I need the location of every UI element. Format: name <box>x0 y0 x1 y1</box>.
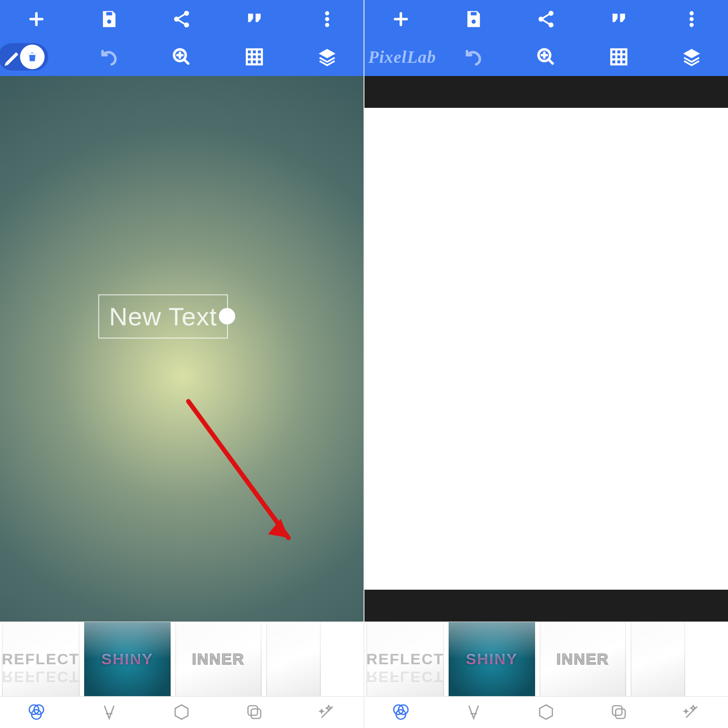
zoom-in-icon <box>536 47 556 67</box>
share-icon <box>172 9 192 29</box>
canvas-area[interactable]: New Text <box>0 76 364 622</box>
svg-point-6 <box>325 17 329 20</box>
preset-label: INNER <box>192 650 245 668</box>
zoom-button[interactable] <box>510 38 583 76</box>
app-bar <box>0 0 364 76</box>
zoom-button[interactable] <box>146 38 218 76</box>
text-icon <box>464 703 483 722</box>
hexagon-icon <box>172 703 191 722</box>
app-logo: PixelLab <box>364 38 437 76</box>
save-icon <box>99 9 119 29</box>
zoom-in-icon <box>172 47 192 67</box>
undo-button[interactable] <box>437 38 510 76</box>
svg-rect-28 <box>612 706 622 715</box>
bottom-tabs <box>364 696 728 728</box>
screen-after: PixelLab REFLECT SHINY INNER <box>364 0 728 728</box>
canvas-background <box>0 76 364 622</box>
quote-icon <box>244 9 264 29</box>
filters-icon <box>391 703 410 722</box>
preset-reflect[interactable]: REFLECT <box>366 622 444 696</box>
share-button[interactable] <box>510 0 583 38</box>
tab-shapes[interactable] <box>510 697 583 728</box>
text-layer[interactable]: New Text <box>98 294 228 339</box>
tab-text[interactable] <box>73 697 146 728</box>
tab-filters[interactable] <box>364 697 437 728</box>
letterbox-bottom <box>364 590 728 622</box>
preset-label: SHINY <box>101 650 153 668</box>
preset-shiny[interactable]: SHINY <box>84 622 171 696</box>
hexagon-icon <box>536 703 556 722</box>
preset-strip[interactable]: REFLECT SHINY INNER <box>364 622 728 696</box>
bottom-tabs <box>0 696 364 728</box>
preset-strip[interactable]: REFLECT SHINY INNER <box>0 622 364 696</box>
preset-label: REFLECT <box>366 650 444 668</box>
text-layer-content: New Text <box>109 302 217 331</box>
grid-icon <box>244 47 264 67</box>
tab-effects[interactable] <box>291 697 364 728</box>
more-vert-icon <box>682 9 702 29</box>
undo-button[interactable] <box>73 38 146 76</box>
quote-icon <box>609 9 629 29</box>
svg-rect-13 <box>248 706 258 715</box>
preset-inner[interactable]: INNER <box>175 622 262 696</box>
trash-icon <box>25 50 39 64</box>
share-button[interactable] <box>146 0 218 38</box>
svg-rect-29 <box>616 709 625 718</box>
svg-point-5 <box>325 11 329 15</box>
svg-point-1 <box>106 19 111 24</box>
overflow-button[interactable] <box>655 0 728 38</box>
svg-rect-15 <box>470 11 477 15</box>
delete-button[interactable] <box>20 45 45 69</box>
preset-plain[interactable] <box>631 622 685 696</box>
grid-button[interactable] <box>218 38 291 76</box>
edit-icon <box>3 48 23 68</box>
stack-icon <box>245 703 264 722</box>
preset-shiny[interactable]: SHINY <box>449 622 535 696</box>
wand-icon <box>318 703 337 722</box>
svg-rect-24 <box>612 50 627 65</box>
quote-button[interactable] <box>218 0 291 38</box>
resize-handle[interactable] <box>219 308 235 324</box>
add-button[interactable] <box>364 0 437 38</box>
svg-point-16 <box>471 19 476 24</box>
tab-layers[interactable] <box>218 697 291 728</box>
layers-button[interactable] <box>655 38 728 76</box>
tab-text[interactable] <box>437 697 510 728</box>
svg-rect-9 <box>247 50 262 65</box>
undo-icon <box>464 47 484 67</box>
plus-icon <box>26 9 46 29</box>
preset-label: REFLECT <box>2 650 80 668</box>
filters-icon <box>27 703 46 722</box>
layers-icon <box>317 47 337 67</box>
save-button[interactable] <box>437 0 510 38</box>
svg-rect-0 <box>106 11 112 15</box>
svg-point-7 <box>325 23 329 26</box>
wand-icon <box>682 703 701 722</box>
tab-shapes[interactable] <box>146 697 218 728</box>
layers-button[interactable] <box>291 38 364 76</box>
undo-icon <box>99 47 119 67</box>
preset-label: INNER <box>556 650 609 668</box>
grid-button[interactable] <box>582 38 655 76</box>
save-button[interactable] <box>73 0 146 38</box>
layers-icon <box>682 47 702 67</box>
svg-rect-14 <box>251 709 261 718</box>
grid-icon <box>609 47 629 67</box>
letterbox-top <box>364 76 728 108</box>
tab-filters[interactable] <box>0 697 73 728</box>
quote-button[interactable] <box>582 0 655 38</box>
preset-plain[interactable] <box>266 622 321 696</box>
app-bar: PixelLab <box>364 0 728 76</box>
overflow-button[interactable] <box>291 0 364 38</box>
canvas-area[interactable] <box>364 76 728 622</box>
tab-effects[interactable] <box>655 697 728 728</box>
share-icon <box>536 9 556 29</box>
tab-layers[interactable] <box>582 697 655 728</box>
preset-reflect[interactable]: REFLECT <box>2 622 80 696</box>
screen-before: New Text REFLECT SHINY INNER <box>0 0 364 728</box>
preset-inner[interactable]: INNER <box>540 622 626 696</box>
add-button[interactable] <box>0 0 73 38</box>
svg-point-21 <box>690 17 693 20</box>
text-icon <box>100 703 119 722</box>
selection-pill[interactable] <box>0 38 73 76</box>
